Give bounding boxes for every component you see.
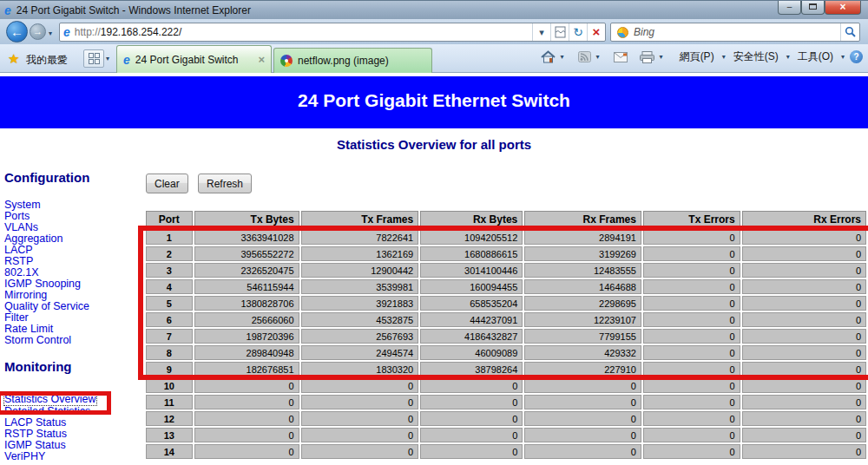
stat-value-cell: 0 [301,378,419,393]
stat-value-cell: 7822641 [301,230,419,245]
quick-tabs-dropdown-icon[interactable]: ▾ [106,55,109,62]
port-number-cell: 5 [146,296,193,311]
ie-logo-icon: e [4,4,11,16]
address-bar[interactable]: e http:// 192.168.254.222/ ▾ ↻ × [59,23,606,42]
stat-value-cell: 3539981 [301,279,419,294]
stat-value-cell: 0 [194,428,299,442]
feeds-dropdown-icon[interactable]: ▾ [596,53,600,61]
print-icon[interactable] [640,51,654,63]
picasa-pinwheel-icon [280,55,293,67]
port-number-cell: 14 [146,444,193,459]
tab-close-icon[interactable]: × [258,53,265,66]
stat-value-cell: 0 [524,378,641,393]
refresh-icon[interactable]: ↻ [569,23,587,41]
stat-value-cell: 12239107 [524,312,641,327]
stat-value-cell: 2894191 [524,230,641,245]
sidebar-link-storm-control[interactable]: Storm Control [4,335,141,346]
menu-page[interactable]: 網頁(P) [680,49,714,64]
page-favicon-icon: e [63,26,70,38]
mail-icon[interactable] [614,52,628,62]
column-header-tx-bytes: Tx Bytes [194,211,299,228]
clear-button[interactable]: Clear [146,174,188,193]
tab-label: netflow.png (image) [298,55,389,67]
sidebar-section-configuration: Configuration [4,170,141,185]
stat-value-cell: 444237091 [420,312,523,327]
menu-tools[interactable]: 工具(O) [798,49,833,64]
stat-value-cell: 3921883 [301,296,419,311]
column-header-rx-bytes: Rx Bytes [420,211,523,228]
stat-value-cell: 1830320 [301,362,419,377]
stat-value-cell: 429332 [524,345,641,360]
maximize-button[interactable] [801,1,825,15]
stat-value-cell: 0 [742,411,866,426]
tab-switch-page[interactable]: e 24 Port Gigabit Switch × [116,45,272,73]
tools-dropdown-icon[interactable]: ▾ [841,53,845,61]
refresh-button[interactable]: Refresh [198,174,252,193]
search-box[interactable]: Bing [610,23,860,42]
tab-netflow-image[interactable]: netflow.png (image) [273,48,432,73]
stats-table: PortTx BytesTx FramesRx BytesRx FramesTx… [144,209,868,461]
table-row-port-5: 513808287063921883658535204229869500 [146,296,866,311]
page-dropdown-icon[interactable]: ▾ [722,53,726,61]
stat-value-cell: 3199269 [524,246,641,261]
stat-value-cell: 0 [742,263,866,278]
window-title: 24 Port Gigabit Switch - Windows Interne… [16,4,251,16]
monitoring-links: Statistics OverviewDetailed StatisticsLA… [4,390,141,462]
quick-tabs-button[interactable] [83,49,104,68]
stat-value-cell: 0 [420,395,523,409]
stat-value-cell: 0 [643,329,740,344]
stop-icon[interactable]: × [587,23,605,41]
column-header-tx-frames: Tx Frames [301,211,419,228]
command-bar: ▾ ▾ ▾ 網頁(P) ▾ 安全性(S) ▾ 工具(O) ▾ ? [541,49,863,64]
port-number-cell: 6 [146,312,193,327]
web-page-content: 24 Port Gigabit Ethernet Switch Statisti… [0,74,868,465]
quick-tabs-grid-icon [89,53,100,64]
safety-dropdown-icon[interactable]: ▾ [786,53,790,61]
stat-value-cell: 0 [643,296,740,311]
page-title: Statistics Overview for all ports [0,137,868,152]
stat-value-cell: 2326520475 [194,263,299,278]
favorites-star-icon[interactable]: ★ [8,51,19,67]
favorites-label[interactable]: 我的最愛 [26,53,68,68]
sidebar-link-veriphy[interactable]: VeriPHY [4,451,141,462]
menu-safety[interactable]: 安全性(S) [733,49,779,64]
stat-value-cell: 546115944 [194,279,299,294]
stat-value-cell: 198720396 [194,329,299,344]
stat-value-cell: 0 [742,329,866,344]
feeds-icon[interactable] [578,51,591,62]
print-dropdown-icon[interactable]: ▾ [660,53,663,61]
compatibility-view-icon[interactable] [550,23,569,41]
stat-value-cell: 0 [420,428,523,442]
stat-value-cell: 0 [643,230,740,245]
forward-button[interactable]: → [30,23,46,40]
help-icon[interactable]: ? [850,50,863,63]
back-button[interactable]: ← [6,21,28,43]
stat-value-cell: 0 [742,230,866,245]
stat-value-cell: 0 [301,444,419,459]
table-row-port-4: 45461159443539981160094455146468800 [146,279,866,294]
stat-value-cell: 0 [301,395,419,409]
sidebar-section-monitoring: Monitoring [4,359,141,374]
home-icon[interactable] [541,50,556,63]
close-button[interactable]: × [825,1,861,15]
sidebar-link-statistics-overview[interactable]: Statistics Overview [4,394,96,405]
stat-value-cell: 0 [420,378,523,393]
column-header-rx-errors: Rx Errors [742,211,866,228]
port-number-cell: 7 [146,329,193,344]
stat-value-cell: 0 [643,428,740,442]
search-magnifier-icon[interactable] [840,23,859,41]
stat-value-cell: 1464688 [524,279,641,294]
home-dropdown-icon[interactable]: ▾ [561,53,564,61]
stat-value-cell: 0 [643,362,740,377]
history-dropdown-icon[interactable]: ▾ [49,29,52,37]
search-placeholder: Bing [634,26,840,38]
url-host: 192.168.254.222/ [101,26,181,38]
stat-value-cell: 0 [194,378,299,393]
minimize-button[interactable]: – [778,1,801,15]
stat-value-cell: 227910 [524,362,641,377]
table-row-port-13: 13000000 [146,428,866,442]
table-row-port-6: 62566606045328754442370911223910700 [146,312,866,327]
port-number-cell: 4 [146,279,193,294]
maximize-icon [809,3,817,10]
address-dropdown-icon[interactable]: ▾ [532,23,550,41]
